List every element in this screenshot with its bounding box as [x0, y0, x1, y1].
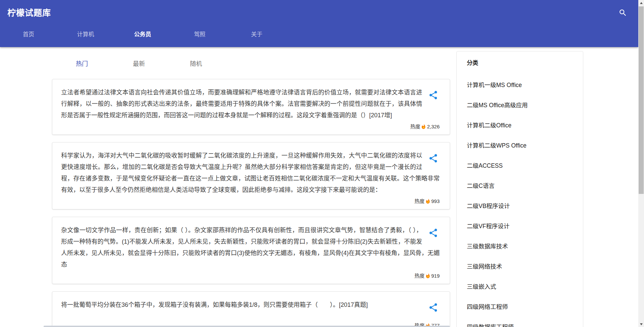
- feed-tab-label: 热门: [76, 60, 88, 67]
- category-item[interactable]: 三级数据库技术: [467, 236, 576, 256]
- scroll-up-button[interactable]: [638, 0, 644, 6]
- nav-item-label: 公务员: [134, 31, 151, 38]
- category-item[interactable]: 二级VB程序设计: [467, 196, 576, 216]
- nav-item[interactable]: 关于: [228, 24, 285, 47]
- category-item-label: 二级C语言: [467, 182, 495, 189]
- category-item[interactable]: 三级网络技术: [467, 256, 576, 277]
- category-item-label: 计算机一级MS Office: [467, 82, 522, 88]
- question-card[interactable]: 科学家认为，海洋对大气中二氧化碳的吸收暂时缓解了二氧化碳浓度的上升速度，一旦这种…: [52, 142, 450, 209]
- category-item[interactable]: 计算机一级MS Office: [467, 75, 576, 95]
- category-item[interactable]: 二级ACCESS: [467, 156, 576, 176]
- category-item-label: 计算机二级Office: [467, 122, 511, 129]
- category-item[interactable]: 四级数据库工程师: [467, 317, 576, 327]
- heat-row: 热度 993: [61, 197, 440, 206]
- arrow-up-icon: [640, 2, 643, 4]
- search-button[interactable]: [617, 8, 628, 19]
- category-item[interactable]: 二级C语言: [467, 176, 576, 196]
- question-text: 科学家认为，海洋对大气中二氧化碳的吸收暂时缓解了二氧化碳浓度的上升速度，一旦这种…: [61, 150, 440, 196]
- arrow-down-icon: [640, 323, 643, 325]
- feed-tab[interactable]: 随机: [167, 59, 225, 68]
- nav-item-label: 首页: [23, 31, 34, 38]
- question-text: 杂文像一切文学作品一样，贵在创新；如果（ ）。杂文家邵燕祥的作品不仅具有创新性，…: [61, 224, 440, 270]
- fire-icon: [425, 273, 431, 279]
- app-header: 柠檬试题库 首页 计算机 公务员 驾照 关于: [0, 0, 638, 47]
- question-card[interactable]: 将一批葡萄平均分装在36个箱子中，发现箱子没有装满，如果每箱多装1/8，则只需要…: [52, 291, 450, 327]
- category-item[interactable]: 二级MS Office高级应用: [467, 95, 576, 115]
- heat-row: 热度 919: [61, 272, 440, 280]
- search-icon: [618, 8, 627, 18]
- nav-item-label: 计算机: [77, 31, 94, 38]
- category-sidebar: 分类 计算机一级MS Office 二级MS Office高级应用 计算机二级O…: [456, 51, 583, 327]
- question-list: 立法者希望通过法律文本语言向社会传递其价值立场，而要准确理解和严格地遵守法律语言…: [52, 79, 450, 327]
- main-nav: 首页 计算机 公务员 驾照 关于: [0, 24, 285, 47]
- category-item-label: 二级MS Office高级应用: [467, 102, 528, 109]
- question-text: 立法者希望通过法律文本语言向社会传递其价值立场，而要准确理解和严格地遵守法律语言…: [61, 87, 440, 121]
- category-item-label: 四级网络工程师: [467, 303, 508, 310]
- share-icon[interactable]: [428, 302, 438, 313]
- share-icon[interactable]: [428, 228, 438, 238]
- heat-value: 919: [431, 272, 440, 280]
- vertical-scrollbar[interactable]: [638, 0, 644, 327]
- feed-tab-label: 最新: [133, 60, 145, 67]
- question-text: 将一批葡萄平均分装在36个箱子中，发现箱子没有装满，如果每箱多装1/8，则只需要…: [61, 299, 440, 311]
- share-icon[interactable]: [428, 90, 438, 100]
- category-item-label: 计算机二级WPS Office: [467, 142, 527, 149]
- category-item-label: 三级网络技术: [467, 263, 502, 270]
- feed-tabs: 热门 最新 随机: [52, 53, 450, 73]
- heat-label: 热度: [410, 122, 420, 131]
- site-title: 柠檬试题库: [7, 6, 51, 18]
- feed-tab[interactable]: 热门: [53, 59, 110, 68]
- scroll-down-button[interactable]: [638, 321, 644, 327]
- heat-value: 2,326: [427, 122, 440, 131]
- nav-item-label: 驾照: [194, 31, 205, 38]
- category-item[interactable]: 四级网络工程师: [467, 297, 576, 317]
- heat-label: 热度: [414, 272, 425, 280]
- fire-icon: [421, 124, 426, 129]
- category-item[interactable]: 二级VF程序设计: [467, 216, 576, 236]
- share-icon[interactable]: [428, 153, 438, 163]
- category-item-label: 二级VF程序设计: [467, 223, 509, 230]
- category-item[interactable]: 计算机二级Office: [467, 115, 576, 135]
- question-card-body: 立法者希望通过法律文本语言向社会传递其价值立场，而要准确理解和严格地遵守法律语言…: [61, 87, 440, 121]
- scrollbar-thumb[interactable]: [639, 6, 644, 194]
- heat-label: 热度: [414, 197, 425, 206]
- category-item-label: 三级嵌入式: [467, 283, 496, 290]
- sidebar-heading: 分类: [467, 59, 576, 68]
- category-item[interactable]: 计算机二级WPS Office: [467, 135, 576, 156]
- heat-row: 热度 2,326: [61, 122, 440, 131]
- nav-item[interactable]: 首页: [0, 24, 57, 47]
- nav-item-label: 关于: [251, 31, 262, 38]
- category-item[interactable]: 三级嵌入式: [467, 277, 576, 297]
- feed-tab[interactable]: 最新: [110, 59, 167, 68]
- category-item-label: 二级ACCESS: [467, 162, 503, 169]
- nav-item[interactable]: 驾照: [171, 24, 228, 47]
- nav-item[interactable]: 计算机: [57, 24, 114, 47]
- question-card[interactable]: 杂文像一切文学作品一样，贵在创新；如果（ ）。杂文家邵燕祥的作品不仅具有创新性，…: [52, 217, 450, 284]
- page: 柠檬试题库 首页 计算机 公务员 驾照 关于: [0, 0, 644, 327]
- question-card-body: 科学家认为，海洋对大气中二氧化碳的吸收暂时缓解了二氧化碳浓度的上升速度，一旦这种…: [61, 150, 440, 196]
- question-feed: 热门 最新 随机 立法者希望通过法律文本语言向社会传递其价值立场，而要准确理解: [52, 47, 450, 327]
- question-card-body: 将一批葡萄平均分装在36个箱子中，发现箱子没有装满，如果每箱多装1/8，则只需要…: [61, 299, 440, 320]
- feed-tab-label: 随机: [190, 60, 202, 67]
- heat-value: 993: [431, 197, 440, 206]
- category-item-label: 三级数据库技术: [467, 243, 508, 250]
- question-card-body: 杂文像一切文学作品一样，贵在创新；如果（ ）。杂文家邵燕祥的作品不仅具有创新性，…: [61, 224, 440, 270]
- next-card-partial: [44, 326, 450, 327]
- question-card[interactable]: 立法者希望通过法律文本语言向社会传递其价值立场，而要准确理解和严格地遵守法律语言…: [52, 79, 450, 135]
- nav-item[interactable]: 公务员: [114, 24, 171, 47]
- category-item-label: 四级数据库工程师: [467, 324, 514, 327]
- fire-icon: [425, 199, 431, 204]
- category-list: 计算机一级MS Office 二级MS Office高级应用 计算机二级Offi…: [467, 75, 576, 327]
- category-item-label: 二级VB程序设计: [467, 203, 510, 209]
